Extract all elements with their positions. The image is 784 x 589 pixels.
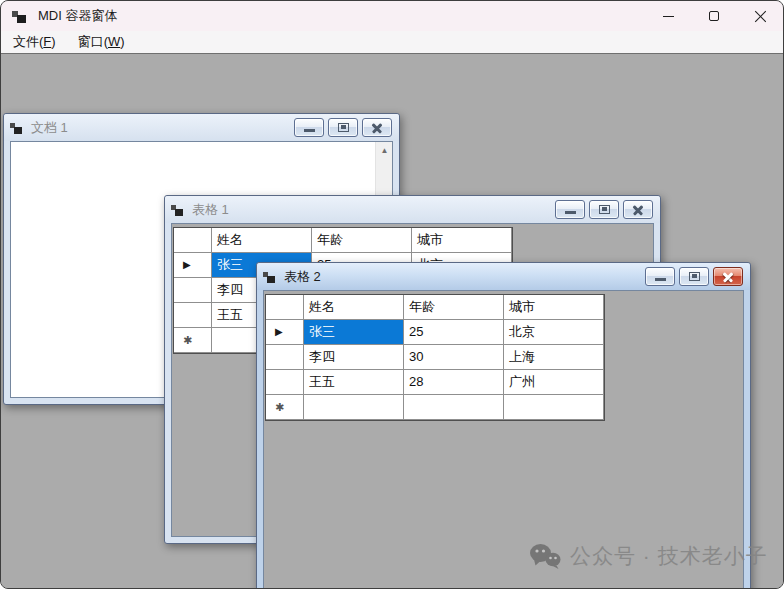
table1-titlebar[interactable]: 表格 1 — [165, 196, 660, 223]
close-button[interactable] — [737, 1, 783, 31]
column-header-city[interactable]: 城市 — [504, 295, 604, 320]
grid-corner-cell[interactable] — [174, 228, 212, 253]
menu-window-accesskey: W — [108, 34, 120, 49]
maximize-button[interactable] — [691, 1, 737, 31]
table2-caption-buttons — [645, 267, 743, 286]
document1-title: 文档 1 — [31, 119, 294, 137]
app-icon — [12, 8, 28, 24]
menu-item-window[interactable]: 窗口(W) — [68, 31, 135, 53]
scroll-up-icon[interactable]: ▲ — [376, 142, 393, 159]
close-button[interactable] — [623, 200, 653, 219]
grid-header-row: 姓名 年龄 城市 — [266, 295, 604, 320]
cell[interactable]: 王五 — [304, 370, 404, 395]
cell[interactable]: 25 — [404, 320, 504, 345]
window-icon — [10, 121, 24, 135]
mdi-main-window: MDI 容器窗体 文件(F) 窗口(W) 文档 1 — [0, 0, 784, 589]
cell[interactable]: 28 — [404, 370, 504, 395]
maximize-icon — [599, 205, 610, 214]
window-icon — [263, 270, 277, 284]
menubar: 文件(F) 窗口(W) — [1, 31, 783, 54]
column-header-name[interactable]: 姓名 — [212, 228, 312, 253]
row-header-current[interactable]: ▶ — [174, 253, 212, 278]
document1-titlebar[interactable]: 文档 1 — [4, 114, 399, 141]
new-row-header[interactable]: ✱ — [174, 328, 212, 353]
new-row: ✱ — [266, 395, 604, 420]
close-icon — [754, 10, 767, 23]
table2-window: 表格 2 姓名 年龄 城市 ▶ 张三 — [256, 262, 751, 589]
window-icon — [171, 203, 185, 217]
maximize-icon — [709, 11, 719, 21]
maximize-button[interactable] — [679, 267, 709, 286]
column-header-age[interactable]: 年龄 — [312, 228, 412, 253]
close-icon — [632, 205, 644, 215]
new-row-marker-icon: ✱ — [183, 335, 192, 346]
app-title: MDI 容器窗体 — [38, 7, 117, 25]
current-row-arrow-icon: ▶ — [275, 327, 283, 337]
mdi-client-area: 文档 1 ▲ ▼ 表格 1 — [1, 55, 784, 589]
cell[interactable]: 李四 — [304, 345, 404, 370]
minimize-button[interactable] — [645, 1, 691, 31]
row-header[interactable] — [266, 345, 304, 370]
new-row-marker-icon: ✱ — [275, 402, 284, 413]
row-header[interactable] — [174, 278, 212, 303]
cell[interactable]: 广州 — [504, 370, 604, 395]
column-header-city[interactable]: 城市 — [412, 228, 512, 253]
table-row: 王五 28 广州 — [266, 370, 604, 395]
row-header-current[interactable]: ▶ — [266, 320, 304, 345]
cell-empty[interactable] — [504, 395, 604, 420]
app-titlebar[interactable]: MDI 容器窗体 — [1, 1, 783, 31]
table-row: ▶ 张三 25 北京 — [266, 320, 604, 345]
cell-selected[interactable]: 张三 — [304, 320, 404, 345]
cell[interactable]: 北京 — [504, 320, 604, 345]
maximize-icon — [689, 272, 700, 281]
minimize-icon — [565, 211, 576, 214]
app-caption-buttons — [645, 1, 783, 31]
minimize-button[interactable] — [294, 118, 324, 137]
current-row-arrow-icon: ▶ — [183, 260, 191, 270]
new-row-header[interactable]: ✱ — [266, 395, 304, 420]
menu-file-label: 文件( — [13, 34, 43, 49]
menu-window-label: 窗口( — [78, 34, 108, 49]
table1-caption-buttons — [555, 200, 653, 219]
cell-empty[interactable] — [404, 395, 504, 420]
table2-title: 表格 2 — [284, 268, 645, 286]
close-button[interactable] — [362, 118, 392, 137]
watermark-text: 公众号 · 技术老小子 — [570, 542, 768, 570]
cell[interactable]: 30 — [404, 345, 504, 370]
document1-caption-buttons — [294, 118, 392, 137]
minimize-button[interactable] — [555, 200, 585, 219]
close-button[interactable] — [713, 267, 743, 286]
column-header-name[interactable]: 姓名 — [304, 295, 404, 320]
minimize-icon — [655, 278, 666, 281]
row-header[interactable] — [174, 303, 212, 328]
column-header-age[interactable]: 年龄 — [404, 295, 504, 320]
close-icon — [371, 123, 383, 133]
table2-titlebar[interactable]: 表格 2 — [257, 263, 750, 290]
table-row: 李四 30 上海 — [266, 345, 604, 370]
maximize-icon — [338, 123, 349, 132]
watermark: 公众号 · 技术老小子 — [529, 542, 768, 570]
data-grid-2: 姓名 年龄 城市 ▶ 张三 25 北京 李四 30 上海 — [265, 294, 605, 421]
table1-title: 表格 1 — [192, 201, 555, 219]
minimize-icon — [304, 129, 315, 132]
grid-header-row: 姓名 年龄 城市 — [174, 228, 512, 253]
wechat-icon — [529, 543, 561, 570]
row-header[interactable] — [266, 370, 304, 395]
menu-item-file[interactable]: 文件(F) — [3, 31, 66, 53]
cell-empty[interactable] — [304, 395, 404, 420]
minimize-icon — [663, 16, 674, 17]
menu-window-label-close: ) — [120, 34, 124, 49]
grid-corner-cell[interactable] — [266, 295, 304, 320]
maximize-button[interactable] — [328, 118, 358, 137]
menu-file-label-close: ) — [51, 34, 55, 49]
cell[interactable]: 上海 — [504, 345, 604, 370]
minimize-button[interactable] — [645, 267, 675, 286]
close-icon — [722, 272, 734, 282]
maximize-button[interactable] — [589, 200, 619, 219]
